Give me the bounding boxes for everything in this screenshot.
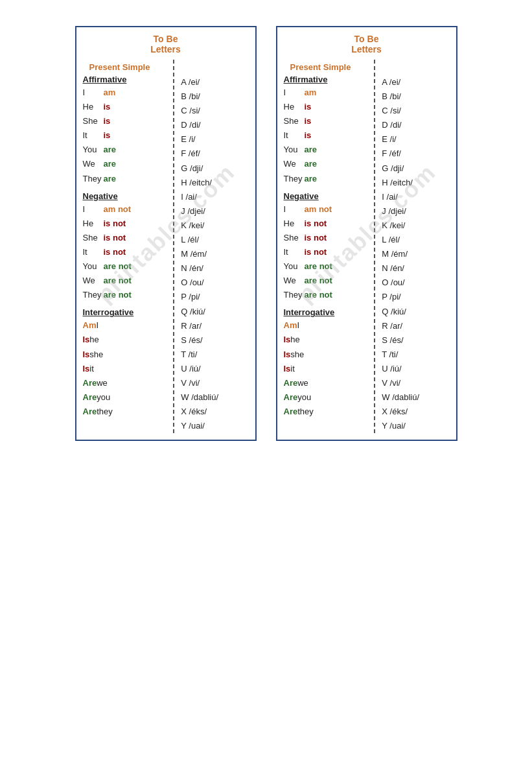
letter-row: G /dji/: [181, 161, 255, 176]
affirmative-label: Affirmative: [284, 75, 375, 84]
negative-row: He is not: [83, 217, 174, 231]
letter-row: Q /kiú/: [181, 305, 255, 319]
verb: are: [104, 172, 117, 186]
letter-row: Y /uai/: [382, 419, 456, 433]
verb: is not: [305, 231, 327, 245]
right-column: A /ei/B /bi/C /si/D /di/E /i/F /éf/G /dj…: [375, 60, 456, 433]
letter-row: R /ar/: [382, 319, 456, 333]
negative-label: Negative: [284, 191, 375, 201]
letter-row: K /kei/: [181, 219, 255, 233]
letter-row: H /eitch/: [382, 176, 456, 190]
verb: is not: [305, 217, 327, 231]
negative-row: We are not: [284, 274, 375, 288]
letter-row: D /di/: [181, 118, 255, 132]
verb: are: [305, 157, 318, 171]
affirmative-row: It is: [83, 128, 174, 143]
negative-row: I am not: [83, 202, 174, 217]
interrogative-row: Are we: [83, 376, 174, 390]
letter-row: F /éf/: [382, 147, 456, 161]
verb: is: [305, 100, 312, 114]
affirmative-row: She is: [284, 114, 375, 128]
card1: printables.comTo BeLettersPresent Simple…: [75, 26, 257, 441]
present-simple-title: Present Simple: [83, 62, 174, 72]
letter-row: O /ou/: [382, 276, 456, 290]
two-col-layout: Present SimpleAffirmativeI amHe isShe is…: [277, 60, 456, 433]
affirmative-row: She is: [83, 114, 174, 128]
letter-row: B /bi/: [181, 89, 255, 104]
interrogative-row: Is she: [83, 348, 174, 362]
interrogative-row: Is it: [83, 362, 174, 376]
verb: are not: [104, 288, 132, 302]
letter-row: U /iú/: [382, 362, 456, 376]
card-header: To BeLetters: [277, 34, 456, 54]
letter-row: C /si/: [382, 104, 456, 118]
letter-row: E /i/: [181, 132, 255, 147]
negative-row: I am not: [284, 202, 375, 217]
negative-row: It is not: [284, 245, 375, 259]
verb: are not: [104, 274, 132, 288]
interrog-verb: Am: [83, 318, 97, 333]
interrog-verb: Are: [284, 390, 298, 405]
interrogative-row: Are you: [83, 390, 174, 405]
interrogative-label: Interrogative: [284, 307, 375, 317]
affirmative-row: They are: [284, 172, 375, 186]
letter-row: Y /uai/: [181, 419, 255, 433]
interrog-verb: Are: [284, 405, 298, 419]
affirmative-row: We are: [83, 157, 174, 171]
interrogative-row: Is it: [284, 362, 375, 376]
affirmative-row: He is: [83, 100, 174, 114]
two-col-layout: Present SimpleAffirmativeI amHe isShe is…: [76, 60, 255, 433]
interrogative-row: Am I: [83, 318, 174, 333]
letter-row: C /si/: [181, 104, 255, 118]
interrog-verb: Is: [83, 362, 90, 376]
negative-row: He is not: [284, 217, 375, 231]
letter-row: L /él/: [181, 233, 255, 247]
letter-row: A /ei/: [382, 75, 456, 89]
card-header: To BeLetters: [76, 34, 255, 54]
letter-row: H /eitch/: [181, 176, 255, 190]
letter-row: U /iú/: [181, 362, 255, 376]
interrog-verb: Is: [284, 362, 291, 376]
letter-row: W /dabliú/: [181, 390, 255, 405]
verb: is: [104, 114, 111, 128]
affirmative-row: I am: [284, 86, 375, 100]
letter-row: Q /kiú/: [382, 305, 456, 319]
negative-row: They are not: [284, 288, 375, 302]
verb: are: [104, 143, 117, 157]
letter-row: M /ém/: [382, 247, 456, 261]
verb: am: [305, 86, 317, 100]
letter-row: X /éks/: [382, 405, 456, 419]
verb: are not: [305, 288, 332, 302]
letter-row: A /ei/: [181, 75, 255, 89]
verb: are: [305, 143, 318, 157]
interrog-verb: Is: [284, 348, 291, 362]
letter-row: J /djei/: [181, 204, 255, 219]
verb: am not: [104, 202, 132, 217]
affirmative-label: Affirmative: [83, 75, 174, 84]
negative-row: You are not: [83, 259, 174, 274]
interrogative-row: Is she: [284, 348, 375, 362]
left-column: Present SimpleAffirmativeI amHe isShe is…: [76, 60, 175, 433]
interrogative-row: Is he: [83, 333, 174, 347]
interrog-verb: Are: [83, 405, 97, 419]
negative-row: They are not: [83, 288, 174, 302]
affirmative-row: He is: [284, 100, 375, 114]
present-simple-title: Present Simple: [284, 62, 375, 72]
verb: is not: [104, 231, 126, 245]
letter-row: G /dji/: [382, 161, 456, 176]
negative-row: You are not: [284, 259, 375, 274]
letter-row: T /ti/: [181, 348, 255, 362]
verb: are not: [305, 274, 332, 288]
letter-row: W /dabliú/: [382, 390, 456, 405]
letter-row: B /bi/: [382, 89, 456, 104]
verb: is not: [104, 245, 126, 259]
interrog-verb: Are: [284, 376, 298, 390]
letter-row: X /éks/: [181, 405, 255, 419]
interrog-verb: Is: [284, 333, 291, 347]
letter-row: P /pi/: [181, 290, 255, 304]
letter-row: V /vi/: [181, 376, 255, 390]
affirmative-row: You are: [284, 143, 375, 157]
verb: are: [104, 157, 117, 171]
letter-row: R /ar/: [181, 319, 255, 333]
verb: is: [305, 114, 312, 128]
